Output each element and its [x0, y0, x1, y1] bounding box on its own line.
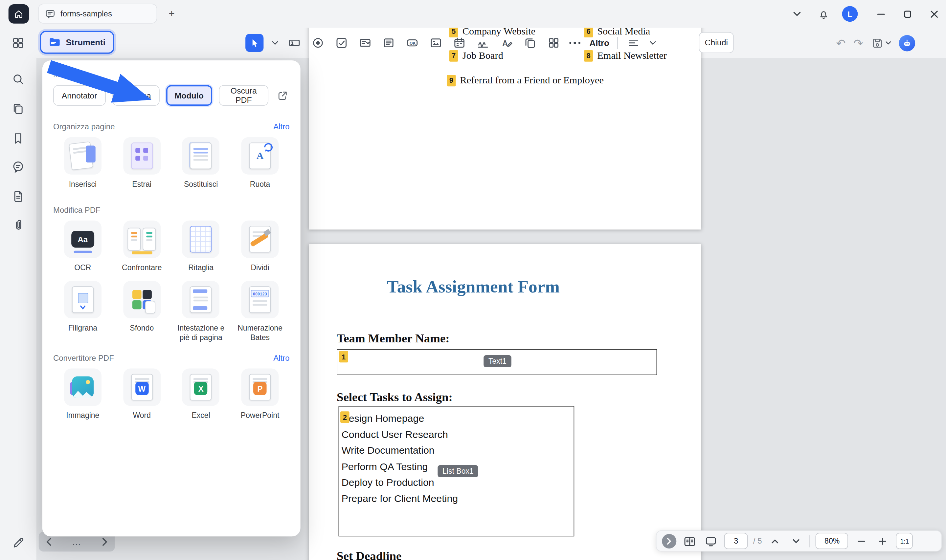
- tool-numerazione-bates[interactable]: 000123 Numerazione Bates: [231, 281, 290, 343]
- close-form-mode-button[interactable]: Chiudi: [699, 32, 734, 53]
- numerazione-bates-icon: 000123: [242, 281, 279, 318]
- list-item: Prepare for Client Meeting: [342, 490, 574, 506]
- arrange-fields-tool-button[interactable]: [546, 35, 562, 51]
- inserisci-icon: [64, 137, 102, 175]
- ai-assistant-button[interactable]: [899, 35, 915, 51]
- comments-icon[interactable]: [5, 155, 32, 179]
- alignment-chevron-icon[interactable]: [649, 35, 656, 51]
- close-window-button[interactable]: [927, 6, 941, 21]
- name-field-label: Team Member Name:: [337, 332, 449, 345]
- new-tab-button[interactable]: +: [166, 8, 178, 20]
- radio-button-tool-button[interactable]: [310, 35, 326, 51]
- paperclip-icon[interactable]: [5, 213, 32, 237]
- bookmarks-icon[interactable]: [5, 126, 32, 151]
- duplicate-tool-button[interactable]: [522, 35, 538, 51]
- alignment-tool-button[interactable]: [626, 35, 641, 51]
- tool-ocr[interactable]: Aa OCR: [53, 221, 112, 272]
- undo-icon[interactable]: ↶: [836, 37, 846, 49]
- notifications-bell-icon[interactable]: [816, 6, 830, 21]
- ocr-icon: Aa: [64, 221, 102, 258]
- tool-intestazione[interactable]: Intestazione e piè di pagina: [171, 281, 231, 343]
- section-header: Convertitore PDF Altro: [53, 354, 290, 363]
- dividi-icon: [242, 221, 279, 258]
- document-tab[interactable]: forms-samples: [38, 4, 157, 24]
- history-cluster: ↶ ↷: [836, 32, 915, 53]
- convertitore-altro-link[interactable]: Altro: [273, 354, 290, 363]
- signature-pen-icon[interactable]: [5, 530, 32, 554]
- section-header: Organizza pagine Altro: [53, 122, 290, 131]
- home-button[interactable]: [9, 4, 29, 24]
- apps-grid-icon[interactable]: [5, 31, 32, 55]
- tools-menu-label: Strumenti: [66, 37, 105, 47]
- add-text-tool-button[interactable]: A: [499, 35, 515, 51]
- page-thumbnails-icon[interactable]: [5, 97, 32, 121]
- convertitore-grid: Immagine W Word X Excel: [53, 369, 290, 420]
- next-page-icon[interactable]: [102, 537, 108, 546]
- select-tool-chevron-icon[interactable]: [271, 35, 279, 51]
- reading-mode-icon[interactable]: [682, 533, 698, 549]
- checkbox-field-row: 9 Referral from a Friend or Employee: [447, 74, 604, 86]
- zoom-level-select[interactable]: 80%: [816, 533, 848, 549]
- minimize-button[interactable]: [874, 6, 888, 21]
- search-icon[interactable]: [5, 67, 32, 91]
- tool-filigrana[interactable]: Filigrana: [53, 281, 112, 343]
- section-header: Modifica PDF: [53, 206, 290, 215]
- list-box-tool-button[interactable]: [381, 35, 396, 51]
- combo-box-tool-button[interactable]: [357, 35, 373, 51]
- open-in-new-icon[interactable]: [275, 86, 290, 105]
- list-item: Write Documentation: [342, 442, 574, 458]
- title-bar: forms-samples + L: [0, 0, 946, 28]
- prev-page-icon[interactable]: [46, 537, 52, 546]
- tool-immagine[interactable]: Immagine: [53, 369, 112, 420]
- tool-excel[interactable]: X Excel: [171, 369, 231, 420]
- image-field-tool-button[interactable]: [428, 35, 444, 51]
- more-tools-button[interactable]: Altro: [590, 38, 609, 48]
- toolbar-divider: [617, 37, 618, 49]
- save-button[interactable]: [871, 37, 891, 49]
- text-field-tool-button[interactable]: [287, 35, 302, 51]
- field-tooltip: List Box1: [438, 465, 478, 477]
- zoom-in-icon[interactable]: [875, 533, 891, 549]
- actual-size-button[interactable]: 1:1: [896, 533, 913, 549]
- organizza-altro-link[interactable]: Altro: [273, 122, 290, 131]
- signature-field-tool-button[interactable]: [475, 35, 491, 51]
- tool-sfondo[interactable]: Sfondo: [112, 281, 171, 343]
- redo-icon[interactable]: ↷: [854, 37, 863, 49]
- pager-more-button[interactable]: …: [72, 538, 82, 545]
- presentation-mode-icon[interactable]: [703, 533, 719, 549]
- tools-panel: Modalità Annotator Modifica Modulo Oscur…: [42, 60, 300, 536]
- powerpoint-icon: P: [242, 369, 279, 406]
- filigrana-icon: [64, 281, 102, 318]
- select-tool-button[interactable]: [245, 34, 263, 52]
- next-page-chevron-icon[interactable]: [789, 533, 804, 549]
- user-avatar[interactable]: L: [842, 6, 858, 22]
- checkbox-tool-button[interactable]: [334, 35, 350, 51]
- date-field-tool-button[interactable]: [451, 35, 467, 51]
- current-page-input[interactable]: 3: [724, 533, 748, 549]
- previous-page-chevron-icon[interactable]: [767, 533, 783, 549]
- app-window: 5 Company Website 6 Social Media 7 Job B…: [0, 0, 946, 560]
- field-number-badge: 2: [340, 411, 350, 423]
- tool-dividi[interactable]: Dividi: [231, 221, 290, 272]
- section-title: Convertitore PDF: [53, 354, 114, 363]
- tool-word[interactable]: W Word: [112, 369, 171, 420]
- tool-sostituisci[interactable]: Sostituisci: [171, 137, 231, 189]
- tool-inserisci[interactable]: Inserisci: [53, 137, 112, 189]
- tool-estrai[interactable]: Estrai: [112, 137, 171, 189]
- push-button-tool-button[interactable]: OK: [404, 35, 420, 51]
- mode-oscura-pdf-button[interactable]: Oscura PDF: [219, 85, 269, 106]
- tool-confrontare[interactable]: Confrontare: [112, 221, 171, 272]
- expand-panel-button[interactable]: [662, 534, 676, 548]
- view-status-bar: 3 / 5 80% 1:1: [656, 531, 942, 551]
- file-attachment-page-icon[interactable]: [5, 183, 32, 208]
- field-tooltip: Text1: [484, 355, 511, 367]
- tasks-field-label: Select Tasks to Assign:: [337, 390, 453, 404]
- tool-powerpoint[interactable]: P PowerPoint: [231, 369, 290, 420]
- zoom-out-icon[interactable]: [854, 533, 869, 549]
- tool-ritaglia[interactable]: Ritaglia: [171, 221, 231, 272]
- more-dots-icon[interactable]: [570, 42, 581, 44]
- tabs-chevron-icon[interactable]: [789, 6, 804, 21]
- mode-modulo-button[interactable]: Modulo: [166, 85, 212, 106]
- maximize-button[interactable]: [900, 6, 914, 21]
- tool-ruota[interactable]: A Ruota: [231, 137, 290, 189]
